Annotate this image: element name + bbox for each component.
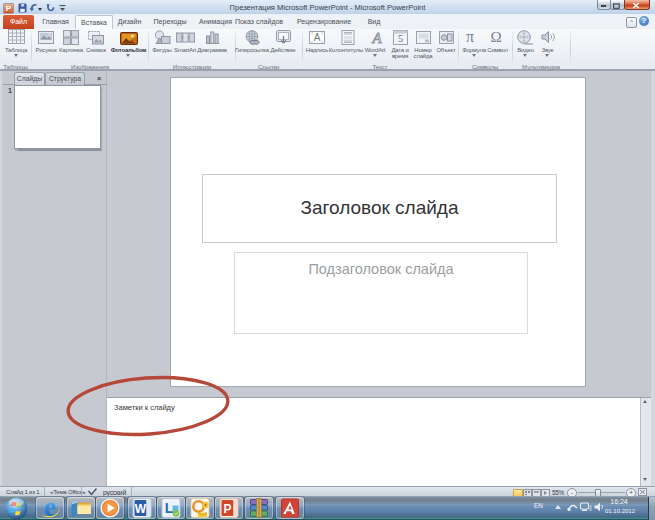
svg-text:P: P bbox=[223, 502, 231, 516]
svg-text:W: W bbox=[135, 502, 147, 516]
svg-text:A: A bbox=[371, 30, 382, 46]
svg-text:A: A bbox=[314, 32, 321, 43]
svg-text:5: 5 bbox=[398, 33, 403, 44]
svg-text:L: L bbox=[165, 500, 174, 516]
